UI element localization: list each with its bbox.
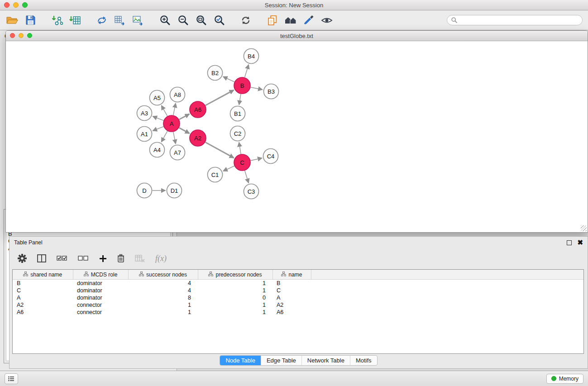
import-network-button[interactable]: [50, 13, 64, 28]
node-C[interactable]: C: [234, 154, 250, 171]
edge-A6-B[interactable]: [206, 90, 234, 105]
table-cell-filler: [311, 280, 583, 287]
network-zoom-button[interactable]: [27, 33, 32, 38]
node-B3[interactable]: B3: [264, 84, 279, 99]
edge-A-A7[interactable]: [173, 132, 176, 144]
open-session-button[interactable]: [5, 13, 19, 28]
table-cell-filler: [311, 294, 583, 301]
node-D1[interactable]: D1: [167, 183, 182, 198]
import-table-button[interactable]: [68, 13, 82, 28]
node-C3[interactable]: C3: [244, 184, 259, 199]
delete-table-button[interactable]: [135, 254, 145, 262]
memory-button[interactable]: Memory: [546, 374, 583, 384]
node-B2[interactable]: B2: [208, 66, 223, 81]
edge-B-B4[interactable]: [245, 65, 249, 77]
edge-C-C1[interactable]: [223, 166, 234, 171]
node-A[interactable]: A: [163, 115, 180, 132]
column-header-successor-nodes[interactable]: successor nodes: [128, 270, 198, 280]
node-label: A4: [153, 147, 161, 153]
node-C2[interactable]: C2: [230, 126, 245, 141]
node-A1[interactable]: A1: [137, 127, 152, 142]
float-panel-icon[interactable]: [567, 240, 572, 245]
first-neighbors-button[interactable]: [284, 13, 297, 28]
table-row[interactable]: A6connector11A6: [13, 309, 583, 316]
node-A8[interactable]: A8: [170, 87, 185, 102]
show-column-panel-button[interactable]: [37, 254, 46, 262]
tab-node-table[interactable]: Node Table: [220, 356, 261, 365]
node-A6[interactable]: A6: [190, 101, 206, 118]
zoom-window-button[interactable]: [22, 2, 28, 8]
refresh-button[interactable]: [239, 13, 253, 28]
table-row[interactable]: Adominator80A: [13, 294, 583, 301]
edge-C-C2[interactable]: [239, 142, 241, 154]
edge-A-A8[interactable]: [173, 103, 176, 115]
tab-edge-table[interactable]: Edge Table: [261, 356, 302, 365]
column-header-shared-name[interactable]: shared name: [13, 270, 73, 280]
create-column-button[interactable]: [99, 255, 107, 262]
close-panel-icon[interactable]: ✖: [577, 240, 583, 245]
network-minimize-button[interactable]: [19, 33, 24, 38]
graphics-details-button[interactable]: [302, 13, 316, 28]
edge-A-A2[interactable]: [179, 128, 190, 133]
edge-A-A6[interactable]: [179, 114, 190, 119]
table-row[interactable]: Bdominator41B: [13, 280, 583, 287]
import-network-icon: [51, 15, 63, 26]
node-B4[interactable]: B4: [244, 49, 259, 64]
node-A2[interactable]: A2: [190, 130, 206, 146]
node-B1[interactable]: B1: [230, 106, 245, 121]
edge-C-C4[interactable]: [251, 158, 263, 161]
edge-A-A1[interactable]: [153, 127, 163, 131]
zoom-fit-button[interactable]: [194, 13, 208, 28]
table-cell-filler: [311, 287, 583, 294]
zoom-selected-button[interactable]: [212, 13, 226, 28]
delete-column-button[interactable]: [117, 254, 124, 263]
table-row[interactable]: A2connector11A2: [13, 301, 583, 309]
edge-C-C3[interactable]: [245, 171, 249, 183]
resize-grip[interactable]: [581, 225, 587, 231]
unselect-all-columns-button[interactable]: [78, 255, 89, 262]
node-C1[interactable]: C1: [208, 167, 223, 182]
pages-icon: [267, 15, 278, 26]
node-label: A6: [194, 106, 201, 113]
edge-B-B1[interactable]: [239, 94, 241, 105]
node-A7[interactable]: A7: [170, 145, 185, 160]
column-header-MCDS-role[interactable]: MCDS role: [73, 270, 128, 280]
network-canvas[interactable]: B4B2BB3A5A8A6B1A3AC2A1A2A4A7CC4C1C3DD1: [6, 41, 588, 232]
search-input[interactable]: [460, 17, 578, 24]
column-header-icon: [139, 272, 144, 278]
edge-A-A3[interactable]: [153, 116, 163, 120]
node-A4[interactable]: A4: [150, 143, 165, 157]
network-close-button[interactable]: [10, 33, 15, 38]
task-history-button[interactable]: [5, 373, 18, 384]
new-table-button[interactable]: [113, 13, 127, 28]
table-cell: A: [13, 294, 73, 301]
node-A3[interactable]: A3: [137, 106, 152, 121]
table-settings-button[interactable]: [18, 254, 27, 263]
edge-A-A4[interactable]: [161, 131, 167, 142]
show-hide-button[interactable]: [320, 13, 334, 28]
tab-motifs[interactable]: Motifs: [350, 356, 377, 365]
edge-B-B3[interactable]: [251, 87, 263, 90]
node-A5[interactable]: A5: [150, 91, 165, 105]
node-B[interactable]: B: [234, 77, 250, 94]
node-D[interactable]: D: [137, 183, 152, 198]
table-row[interactable]: Cdominator41C: [13, 287, 583, 294]
minimize-window-button[interactable]: [13, 2, 19, 8]
export-image-button[interactable]: [131, 13, 145, 28]
tab-network-table[interactable]: Network Table: [302, 356, 350, 365]
clone-network-button[interactable]: [266, 13, 279, 28]
edge-B-B2[interactable]: [223, 76, 234, 82]
function-builder-button[interactable]: f(x): [155, 254, 167, 263]
column-header-name[interactable]: name: [272, 270, 311, 280]
zoom-out-button[interactable]: [176, 13, 190, 28]
zoom-in-button[interactable]: [158, 13, 172, 28]
column-header-predecessor-nodes[interactable]: predecessor nodes: [198, 270, 272, 280]
memory-label: Memory: [559, 376, 578, 382]
new-network-button[interactable]: [95, 13, 109, 28]
close-window-button[interactable]: [4, 2, 10, 8]
save-session-button[interactable]: [24, 13, 37, 28]
edge-A-A5[interactable]: [162, 105, 167, 116]
node-C4[interactable]: C4: [263, 149, 278, 164]
select-all-columns-button[interactable]: [57, 255, 67, 262]
edge-A2-C[interactable]: [206, 142, 234, 158]
